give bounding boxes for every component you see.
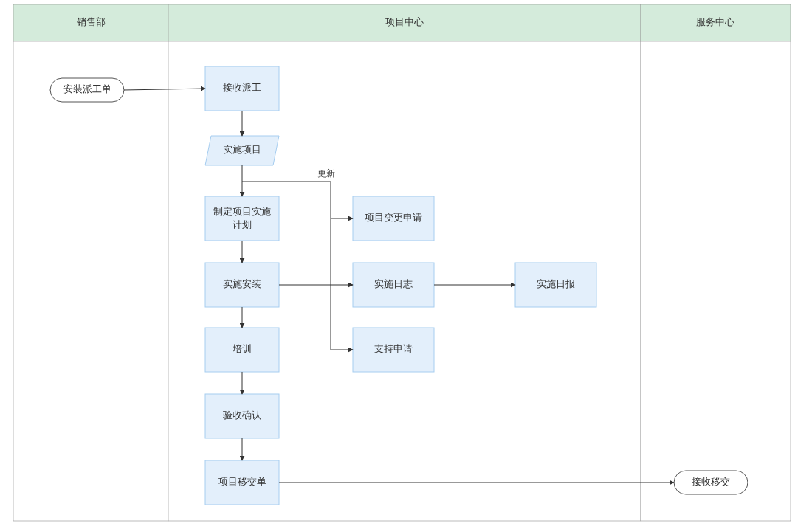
- lane-header-service-label: 服务中心: [696, 16, 734, 27]
- lane-header-sales-label: 销售部: [76, 16, 106, 27]
- node-receive-handover-label: 接收移交: [692, 476, 730, 487]
- lane-body-sales: [13, 41, 168, 521]
- node-make-plan: [205, 196, 279, 241]
- label-update: 更新: [317, 168, 335, 179]
- node-impl-log-label: 实施日志: [374, 278, 413, 289]
- node-support-request-label: 支持申请: [374, 343, 413, 354]
- lane-header-project-label: 项目中心: [385, 16, 424, 27]
- node-daily-report-label: 实施日报: [537, 278, 575, 289]
- node-make-plan-label-2: 计划: [233, 219, 252, 230]
- node-make-plan-label-1: 制定项目实施: [213, 206, 271, 217]
- node-install-label: 实施安装: [223, 278, 261, 289]
- flowchart: 销售部 项目中心 服务中心 安装派工单 接收派工 实施项目 制定项目实施 计划 …: [13, 4, 791, 528]
- node-change-request-label: 项目变更申请: [365, 212, 422, 223]
- node-training-label: 培训: [232, 343, 252, 354]
- node-handover-label: 项目移交单: [218, 476, 266, 487]
- node-impl-project-label: 实施项目: [223, 144, 261, 155]
- node-accept-confirm-label: 验收确认: [223, 410, 261, 421]
- node-dispatch-order-label: 安装派工单: [63, 83, 111, 94]
- lane-body-service: [641, 41, 791, 521]
- node-receive-dispatch-label: 接收派工: [223, 82, 261, 93]
